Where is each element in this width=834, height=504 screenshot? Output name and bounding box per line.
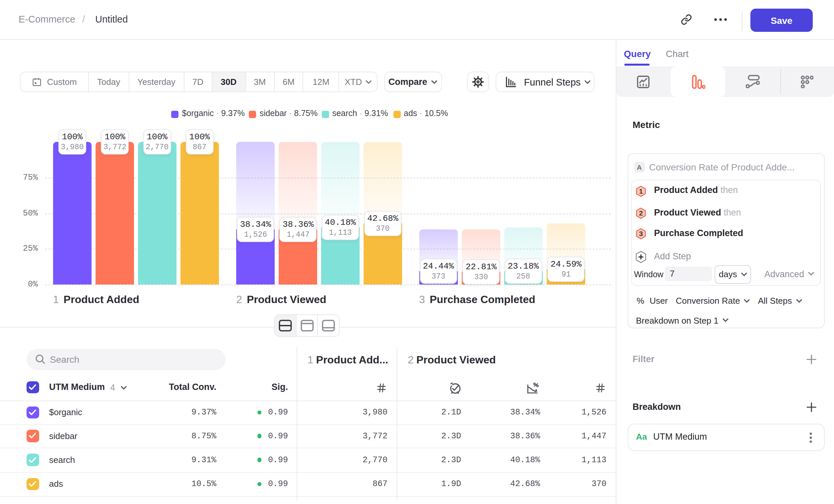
svg-text:3: 3 <box>639 230 643 237</box>
svg-text:1: 1 <box>639 187 643 194</box>
svg-text:2: 2 <box>639 209 643 217</box>
